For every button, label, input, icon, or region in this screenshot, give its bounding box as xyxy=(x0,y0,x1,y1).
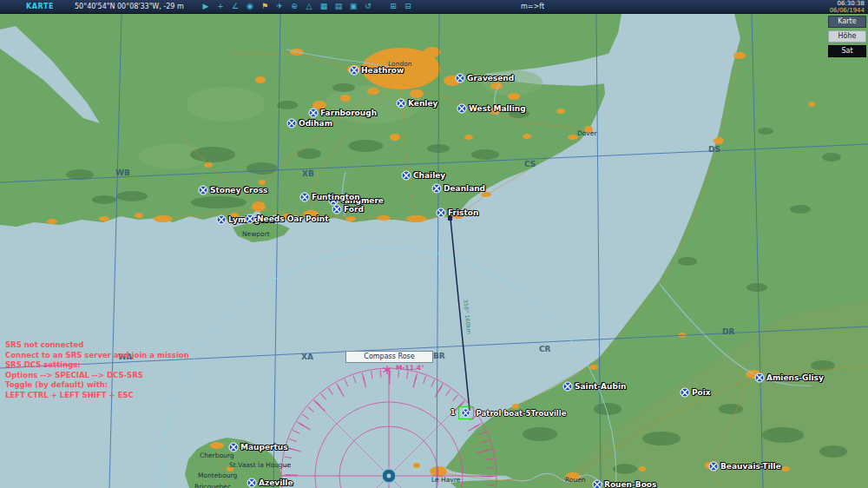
airfield-label: Needs Oar Point xyxy=(257,214,329,223)
map-mode-sat-button[interactable]: Sat xyxy=(828,45,866,57)
city-label-st-vaast-la-hougue: St.Vaast la Hougue xyxy=(229,461,291,469)
airfield-marker-west-malling[interactable]: West Malling xyxy=(457,103,526,114)
airfield-marker-poix[interactable]: Poix xyxy=(680,387,711,398)
compass-rose-label-text: Compass Rose xyxy=(364,353,414,360)
ruler-icon[interactable]: ∠ xyxy=(229,2,241,11)
srs-message-line: Connect to an SRS server and join a miss… xyxy=(5,351,189,361)
zoom-in-icon[interactable]: ⊞ xyxy=(387,2,399,11)
airfield-marker-friston[interactable]: Friston xyxy=(436,208,478,218)
airfield-roundel-icon xyxy=(562,381,573,392)
grid-square-label-ds: DS xyxy=(708,145,720,154)
airfield-label: West Malling xyxy=(469,104,526,113)
airfield-label: Azeville xyxy=(259,478,293,487)
city-label-dover: Dover xyxy=(577,129,597,137)
cursor-icon[interactable]: ▶ xyxy=(200,2,212,11)
airfield-roundel-icon xyxy=(247,478,257,488)
srs-overlay: SRS not connectedConnect to an SRS serve… xyxy=(5,340,189,400)
selected-unit-marker[interactable] xyxy=(458,406,474,419)
compass-tool-icon[interactable]: ◉ xyxy=(244,2,256,11)
beacon-icon[interactable]: △ xyxy=(303,2,315,11)
unit-count: 1 xyxy=(450,409,456,417)
airfield-label: Kenley xyxy=(408,99,437,108)
airfield-label: Maupertus xyxy=(240,443,288,452)
map-terrain: 356° 160km xyxy=(0,0,868,488)
airfield-roundel-icon xyxy=(680,387,690,398)
toolbar-icons: ▶+∠◉⚑✈⊕△▦▤▣↺ xyxy=(200,2,374,11)
city-label-cherbourg: Cherbourg xyxy=(200,452,234,459)
airfield-roundel-icon xyxy=(436,208,446,218)
map-mode-h-he-button[interactable]: Höhe xyxy=(828,30,866,43)
grid-square-label-cs: CS xyxy=(524,160,536,168)
toolbar-zoom-icons: ⊞⊟ xyxy=(387,2,414,11)
airfield-marker-gravesend[interactable]: Gravesend xyxy=(455,73,514,83)
airfield-label: Friston xyxy=(448,208,478,217)
airfield-marker-maupertus[interactable]: Maupertus xyxy=(228,442,288,452)
city-label-bricquebec: Bricquebec xyxy=(194,483,231,488)
grid-square-label-dr: DR xyxy=(722,327,734,336)
map-mode-title: KARTE xyxy=(26,3,54,10)
airfield-label: Ford xyxy=(344,205,364,214)
mission-date: 06/06/1944 xyxy=(830,8,865,15)
airfield-marker-ford[interactable]: Ford xyxy=(332,204,364,214)
city-label-montebourg: Montebourg xyxy=(198,472,237,479)
srs-message-line: SRS not connected xyxy=(5,340,189,351)
airfield-roundel-icon xyxy=(308,108,319,118)
mission-clock: 06:30:38 06/06/1944 xyxy=(830,1,865,14)
srs-message-line: Toggle (by default) with: xyxy=(5,380,189,391)
waypoint-flag-icon[interactable]: ⚑ xyxy=(259,2,271,11)
labels-icon[interactable]: ▣ xyxy=(347,2,359,11)
layers-icon[interactable]: ▤ xyxy=(332,2,345,11)
airfield-marker-farnborough[interactable]: Farnborough xyxy=(308,108,377,118)
zoom-out-icon[interactable]: ⊟ xyxy=(402,2,414,11)
airfield-label: Stoney Cross xyxy=(210,186,267,195)
srs-message-line: SRS DCS settings: xyxy=(5,360,189,371)
airfield-roundel-icon xyxy=(396,98,406,109)
airfield-roundel-icon xyxy=(349,65,359,76)
airfield-roundel-icon xyxy=(216,214,227,225)
airfield-marker-saint-aubin[interactable]: Saint-Aubin xyxy=(562,381,626,392)
airfield-marker-kenley[interactable]: Kenley xyxy=(396,98,437,109)
airfield-label: Odiham xyxy=(299,119,332,128)
airfield-marker-rouen-boos[interactable]: Rouen-Boos xyxy=(592,479,656,488)
map-mode-karte-button[interactable]: Karte xyxy=(828,16,866,28)
airfield-marker-amiens-glisy[interactable]: Amiens-Glisy xyxy=(754,373,824,383)
airfield-marker-odiham[interactable]: Odiham xyxy=(286,118,332,129)
compass-rose-label: Compass Rose xyxy=(345,351,433,363)
grid-square-label-xa: XA xyxy=(301,353,313,361)
airfield-marker-heathrow[interactable]: Heathrow xyxy=(349,65,404,76)
map-type-buttons: KarteHöheSat xyxy=(828,16,866,60)
airfield-label: Gravesend xyxy=(467,74,514,82)
airfield-roundel-icon xyxy=(286,118,297,129)
unit-roundel-icon xyxy=(461,408,470,418)
aircraft-icon[interactable]: ✈ xyxy=(273,2,286,11)
airfield-marker-deanland[interactable]: Deanland xyxy=(431,183,485,194)
airfield-label: Rouen-Boos xyxy=(604,480,656,488)
airfield-label: Beauvais-Tille xyxy=(720,462,781,471)
dcs-f10-map-screen: 356° 160km WBXBCSDSWAXABRCRDR LondonNewp… xyxy=(0,0,868,488)
airfield-roundel-icon xyxy=(299,192,310,202)
airfield-marker-chailey[interactable]: Chailey xyxy=(401,170,445,181)
airfield-label: Saint-Aubin xyxy=(575,382,626,391)
airfield-marker-azeville[interactable]: Azeville xyxy=(247,478,293,488)
airfield-roundel-icon xyxy=(228,442,239,452)
airfield-marker-funtington[interactable]: Funtington xyxy=(299,192,360,202)
airfield-label: Chailey xyxy=(413,171,445,180)
top-toolbar: KARTE 50°40'54"N 00°08'33"W, -29 m ▶+∠◉⚑… xyxy=(0,0,868,14)
refresh-icon[interactable]: ↺ xyxy=(362,2,374,11)
airfield-roundel-icon xyxy=(198,185,208,195)
airfield-marker-beauvais-tille[interactable]: Beauvais-Tille xyxy=(708,461,781,472)
airfield-label: Farnborough xyxy=(320,109,377,117)
units-toggle[interactable]: m=>ft xyxy=(521,3,544,10)
airfield-roundel-icon xyxy=(401,170,411,181)
grid-icon[interactable]: ▦ xyxy=(318,2,330,11)
airfield-label: Deanland xyxy=(444,184,485,193)
airfield-roundel-icon xyxy=(592,479,602,488)
airfield-marker-needs-oar-point[interactable]: Needs Oar Point xyxy=(245,214,329,224)
map-canvas[interactable]: 356° 160km WBXBCSDSWAXABRCRDR LondonNewp… xyxy=(0,0,868,488)
city-label-le-havre: Le Havre xyxy=(431,476,460,484)
srs-message-line: LEFT CTRL + LEFT SHIFT + ESC xyxy=(5,391,189,401)
airfield-roundel-icon xyxy=(708,461,719,472)
airfield-marker-stoney-cross[interactable]: Stoney Cross xyxy=(198,185,267,195)
airport-icon[interactable]: ⊕ xyxy=(288,2,300,11)
pan-icon[interactable]: + xyxy=(214,2,227,11)
